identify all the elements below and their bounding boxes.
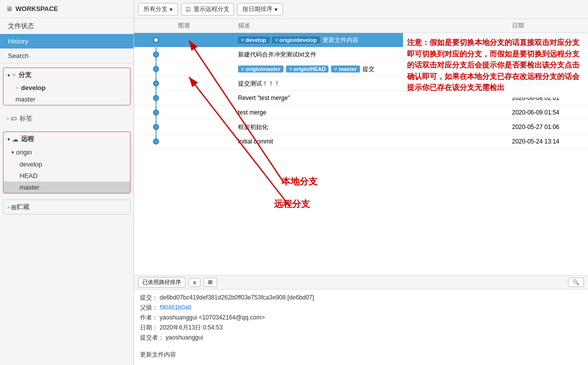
chevron-icon: › [7, 116, 8, 122]
svg-point-4 [154, 52, 158, 57]
committer-line: 提交者： yaoshuanggui [140, 334, 582, 342]
commit-desc-cell: ⑂develop⑂origin/develop更新文件内容 [234, 34, 508, 46]
branch-tag-icon: ⑂ [241, 38, 244, 43]
tags-section[interactable]: › 🏷 标签 [3, 112, 130, 126]
show-remote-checkbox[interactable]: ☑ 显示远程分支 [181, 3, 234, 16]
commit-message: 提交测试！！！ [238, 80, 280, 88]
col-desc-header: 描述 [234, 20, 508, 31]
chevron-icon: ▾ [8, 136, 10, 142]
svg-point-7 [154, 66, 158, 72]
branches-header[interactable]: ▾ ⑂ 分支 [4, 68, 130, 82]
sidebar-item-develop[interactable]: develop [4, 82, 130, 94]
sidebar-item-file-status[interactable]: 文件状态 [0, 18, 134, 34]
commit-desc-cell: Revert "test merge" [234, 92, 508, 104]
commit-row[interactable]: Initial commit2020-05-24 13:14 [134, 134, 588, 149]
sidebar-item-history[interactable]: History [0, 34, 134, 48]
commit-date-cell: 2020-06-08 02:27 [508, 64, 588, 74]
commit-row[interactable]: 新建代码合并冲突测试txt文件2020-06-13 00:25 [134, 48, 588, 62]
commit-graph-cell [134, 62, 234, 76]
commit-hash-label: 提交： [140, 294, 158, 301]
parent-label: 父级： [140, 304, 158, 311]
commit-date-cell: 2020-06-08 02:01 [508, 92, 588, 104]
sidebar-item-origin-master[interactable]: master [4, 182, 130, 193]
search-button[interactable]: 🔍 [568, 278, 584, 287]
sidebar-nav: 文件状态 History Search [0, 18, 134, 64]
branch-tag-icon: ⑂ [275, 38, 278, 43]
commit-hash-value: de6bd07bc419def381d262b0ff03e753fca3e908… [160, 294, 314, 301]
branch-icon: ⑂ [12, 72, 16, 79]
show-remote-label: 显示远程分支 [194, 5, 230, 14]
commit-message: 更新文件内容 [322, 36, 358, 44]
commit-scroll[interactable]: ⑂develop⑂origin/develop更新文件内容2020-06-13 … [134, 33, 588, 275]
stash-section: › ⊞ 贮藏 [3, 200, 130, 214]
parent-hash-link[interactable]: f90461b0a0 [160, 304, 191, 311]
col-date-header: 日期 [508, 20, 588, 31]
origin-header[interactable]: ▾ origin [4, 146, 130, 158]
commit-message-line: 更新文件内容 [140, 350, 582, 359]
commit-desc-cell: 框架初始化 [234, 121, 508, 134]
commit-row[interactable]: Revert "test merge"2020-06-08 02:01 [134, 91, 588, 106]
commit-hash-line: 提交： de6bd07bc419def381d262b0ff03e753fca3… [140, 294, 582, 302]
workspace-header: 🖥 WORKSPACE [0, 0, 134, 18]
branch-tag: ⑂origin/develop [272, 36, 320, 44]
bottom-panel: 已依照路径排序 ≡ ⊞ 🔍 提交： de6bd07bc419def381d262… [134, 275, 588, 365]
commit-message: 更新文件内容 [140, 351, 176, 358]
workspace-title: WORKSPACE [16, 5, 58, 12]
commit-row[interactable]: ⑂origin/master⑂origin/HEAD⑂master提交2020-… [134, 62, 588, 76]
commit-row[interactable]: ⑂develop⑂origin/develop更新文件内容2020-06-13 … [134, 33, 588, 48]
all-branches-button[interactable]: 所有分支 ▾ [138, 3, 178, 16]
commit-date-cell: 2020-06-09 01:54 [508, 107, 588, 118]
commit-row[interactable]: test merge2020-06-09 01:54 [134, 106, 588, 120]
sidebar-item-origin-head[interactable]: HEAD [4, 170, 130, 182]
checkbox-icon: ☑ [186, 6, 191, 13]
bottom-toolbar: 已依照路径排序 ≡ ⊞ 🔍 [134, 276, 588, 290]
sidebar: 🖥 WORKSPACE 文件状态 History Search ▾ ⑂ 分支 d… [0, 0, 134, 365]
sidebar-item-origin-develop[interactable]: develop [4, 158, 130, 170]
commit-message: test merge [238, 109, 266, 116]
bottom-content: 提交： de6bd07bc419def381d262b0ff03e753fca3… [134, 290, 588, 365]
date-value: 2020年6月13日 0:54:53 [160, 324, 222, 331]
author-value: yaoshuanggui <1070342164@qq.com> [160, 314, 264, 321]
branch-tag-icon: ⑂ [241, 66, 244, 72]
branch-master-label: master [16, 96, 36, 103]
cloud-icon: ☁ [12, 136, 18, 143]
sort-path-button[interactable]: 已依照路径排序 [138, 277, 186, 288]
dropdown-icon: ▾ [274, 6, 278, 13]
remote-section: ▾ ☁ 远程 ▾ origin develop HEAD master [3, 132, 130, 194]
grid-toggle-button[interactable]: ⊞ [204, 278, 217, 287]
branch-tag-label: origin/HEAD [294, 66, 326, 72]
svg-point-1 [154, 38, 158, 42]
dropdown-icon: ▾ [170, 6, 172, 13]
origin-label: origin [16, 148, 32, 156]
branch-tag-icon: ⑂ [334, 66, 337, 72]
branch-develop-label: develop [21, 84, 46, 92]
commit-row[interactable]: 提交测试！！！2020-06-08 02:09 [134, 76, 588, 91]
commit-desc-cell: test merge [234, 107, 508, 118]
date-line: 日期： 2020年6月13日 0:54:53 [140, 324, 582, 332]
column-headers: 图谱 描述 日期 [134, 19, 588, 33]
commit-list-wrapper: ⑂develop⑂origin/develop更新文件内容2020-06-13 … [134, 33, 588, 275]
svg-point-13 [154, 96, 158, 100]
sort-by-date-button[interactable]: 按日期排序 ▾ [237, 3, 283, 16]
tag-icon: 🏷 [10, 115, 17, 122]
monitor-icon: 🖥 [6, 5, 12, 12]
remote-header[interactable]: ▾ ☁ 远程 [4, 132, 130, 146]
commit-message: Initial commit [238, 138, 273, 145]
commit-message: Revert "test merge" [238, 94, 290, 102]
stash-header[interactable]: › ⊞ 贮藏 [4, 200, 130, 214]
branch-tag-label: origin/master [246, 66, 280, 72]
commit-row[interactable]: 框架初始化2020-05-27 01:06 [134, 120, 588, 134]
branch-tag-label: master [338, 66, 356, 72]
branch-tag: ⑂origin/master [238, 66, 284, 72]
date-label: 日期： [140, 324, 158, 331]
view-toggle-button[interactable]: ≡ [188, 278, 200, 287]
commit-message: 新建代码合并冲突测试txt文件 [238, 50, 316, 59]
sidebar-item-master[interactable]: master [4, 94, 130, 105]
sidebar-item-search[interactable]: Search [0, 48, 134, 63]
chevron-icon: ▾ [8, 72, 10, 78]
stash-icon: ⊞ [11, 204, 16, 211]
commit-graph-cell [134, 33, 234, 47]
author-line: 作者： yaoshuanggui <1070342164@qq.com> [140, 314, 582, 322]
branch-tag: ⑂origin/HEAD [286, 66, 329, 72]
commit-graph-cell [134, 91, 234, 105]
